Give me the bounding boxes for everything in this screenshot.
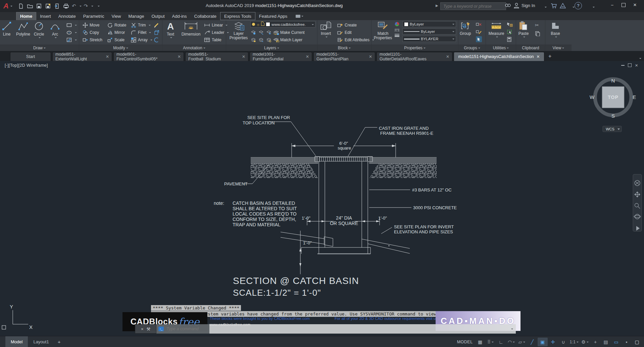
compass-e[interactable]: E xyxy=(633,94,636,100)
save-icon[interactable] xyxy=(36,3,42,9)
layer-unlock-icon[interactable] xyxy=(261,23,264,26)
app-store-caret-icon[interactable] xyxy=(573,7,575,9)
file-tab-model1151-active[interactable]: model1151-HighwaysCatchBasinSection✕ xyxy=(454,52,544,61)
autocad-logo-icon[interactable]: A xyxy=(3,2,9,10)
redo-icon[interactable]: ↷ xyxy=(84,3,88,9)
polar-tracking-icon[interactable]: ◠ xyxy=(506,338,516,346)
new-tab-button[interactable]: + xyxy=(548,53,551,59)
linear-dimension-button[interactable]: Linear xyxy=(204,22,228,28)
id-point-icon[interactable] xyxy=(507,28,513,35)
cadblocksfree-link[interactable]: These blocks were brought to you by CADB… xyxy=(210,316,310,321)
annotation-monitor-icon[interactable]: + xyxy=(590,338,600,346)
close-tab-icon[interactable]: ✕ xyxy=(242,54,245,59)
tab-view[interactable]: View xyxy=(108,12,125,20)
outsource-link[interactable]: For all of your 2D & 3D CAD outsource re… xyxy=(335,316,438,321)
circle-button[interactable]: Circle xyxy=(34,21,44,39)
measure-button[interactable]: Measure xyxy=(487,21,505,38)
file-tab-model1051[interactable]: model1051-GardenPlantPlan✕ xyxy=(313,52,375,61)
close-tab-icon[interactable]: ✕ xyxy=(369,54,372,59)
panel-label-utilities[interactable]: Utilities xyxy=(486,45,516,51)
help-caret-icon[interactable] xyxy=(593,7,595,9)
units-icon[interactable]: ▤ xyxy=(601,338,611,346)
scale-button[interactable]: Scale xyxy=(107,37,125,43)
model-tab[interactable]: Model xyxy=(5,336,28,347)
user-icon[interactable] xyxy=(513,2,519,10)
edit-attributes-button[interactable]: Edit Attributes xyxy=(337,37,374,43)
match-layer-button[interactable]: Match Layer xyxy=(273,37,302,43)
color-wheel-icon[interactable] xyxy=(394,21,400,27)
tab-home[interactable]: Home xyxy=(16,12,36,20)
viewcube[interactable]: TOP N W E S WCS xyxy=(590,78,636,132)
open-file-icon[interactable] xyxy=(27,3,33,9)
redo-caret-icon[interactable] xyxy=(91,6,93,8)
panel-label-clipboard[interactable]: Clipboard xyxy=(516,45,545,51)
tab-parametric[interactable]: Parametric xyxy=(80,12,108,20)
close-tab-icon[interactable]: ✕ xyxy=(106,54,109,59)
tab-addins[interactable]: Add-ins xyxy=(168,12,191,20)
undo-icon[interactable]: ↶ xyxy=(72,3,76,9)
quick-select-icon[interactable] xyxy=(507,21,513,28)
line-button[interactable]: Line xyxy=(1,21,12,37)
ortho-icon[interactable]: ∟ xyxy=(496,338,506,346)
layer-thaw-sun-icon[interactable]: ☼ xyxy=(256,22,260,26)
search-expand-icon[interactable]: ▶ xyxy=(436,4,438,7)
clean-screen-icon[interactable]: ▢ xyxy=(632,338,642,346)
panel-label-groups[interactable]: Groups xyxy=(458,45,486,51)
tab-insert[interactable]: Insert xyxy=(36,12,55,20)
copy-clip-icon[interactable] xyxy=(535,30,540,37)
compass-s[interactable]: S xyxy=(611,113,615,119)
rectangle-button[interactable] xyxy=(66,22,77,28)
mirror-button[interactable]: Mirror xyxy=(107,29,125,36)
grid-icon[interactable]: ▦ xyxy=(475,338,485,346)
help-icon[interactable]: ? xyxy=(575,2,582,9)
erase-icon[interactable] xyxy=(154,22,160,28)
plot-icon[interactable] xyxy=(63,3,69,9)
search-icon[interactable] xyxy=(504,3,511,10)
close-tab-icon[interactable]: ✕ xyxy=(178,54,181,59)
layer-properties-button[interactable]: Layer Properties xyxy=(228,21,249,40)
close-tab-icon[interactable]: ✕ xyxy=(306,54,309,59)
layer-freeze-icon[interactable] xyxy=(266,31,271,35)
layer-on-bulb-icon[interactable] xyxy=(252,23,255,26)
isolate-objects-icon[interactable]: ▪ xyxy=(622,338,632,346)
cut-icon[interactable]: ✂ xyxy=(535,22,539,28)
join-icon[interactable] xyxy=(154,37,160,43)
tab-featured-apps[interactable]: Featured Apps xyxy=(255,12,291,20)
layer-on-all-icon[interactable] xyxy=(251,38,256,42)
autodesk-app-icon[interactable] xyxy=(559,3,566,10)
leader-button[interactable]: Leader xyxy=(204,29,229,36)
close-tab-icon[interactable]: ✕ xyxy=(446,54,449,59)
save-as-icon[interactable] xyxy=(45,3,51,9)
move-button[interactable]: Move xyxy=(83,22,99,28)
app-store-cart-icon[interactable] xyxy=(550,3,557,10)
paste-button[interactable]: Paste xyxy=(518,21,529,38)
close-tab-icon[interactable]: ✕ xyxy=(536,54,540,59)
drawing-canvas[interactable]: [-][Top][2D Wireframe] × xyxy=(0,61,644,336)
fillet-button[interactable]: Fillet xyxy=(131,29,151,36)
sign-in-caret-icon[interactable] xyxy=(545,7,547,9)
isometric-drafting-icon[interactable]: ▱ xyxy=(517,338,527,346)
window-close-button[interactable]: × xyxy=(629,1,641,9)
wcs-label[interactable]: WCS xyxy=(606,127,614,131)
linetype-dropdown[interactable]: ByLayer xyxy=(402,28,456,35)
layer-off-icon[interactable] xyxy=(251,31,256,35)
new-layout-button[interactable]: + xyxy=(54,336,64,347)
command-input[interactable] xyxy=(166,326,207,332)
layer-thaw-all-icon[interactable] xyxy=(266,38,271,42)
command-history-caret-icon[interactable] xyxy=(511,329,513,331)
object-snap-icon[interactable]: ▣ xyxy=(538,338,548,346)
panel-label-view[interactable]: View xyxy=(545,45,572,51)
panel-label-draw[interactable]: Draw xyxy=(0,45,79,51)
tab-output[interactable]: Output xyxy=(148,12,168,20)
insert-button[interactable]: Insert xyxy=(320,21,332,38)
array-button[interactable]: Array xyxy=(131,37,152,43)
text-button[interactable]: A Text xyxy=(165,21,176,39)
ribbon-display-toggle[interactable] xyxy=(296,15,303,18)
make-current-button[interactable]: Make Current xyxy=(273,29,305,36)
app-menu-caret-icon[interactable] xyxy=(10,6,12,8)
arc-button[interactable]: Arc xyxy=(50,21,60,39)
file-tab-model1001[interactable]: model1001-FurnitureSundial✕ xyxy=(250,52,312,61)
dimension-button[interactable]: Dimension xyxy=(181,21,201,37)
lineweight-icon[interactable] xyxy=(394,34,400,37)
match-properties-button[interactable]: Match Properties xyxy=(373,21,393,40)
